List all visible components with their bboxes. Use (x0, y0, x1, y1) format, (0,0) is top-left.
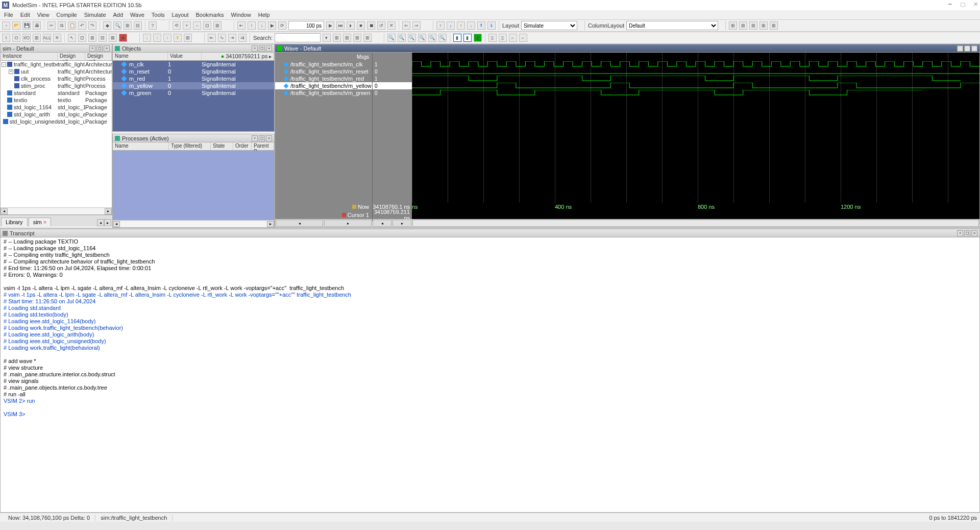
proc-col-type[interactable]: Type (filtered) (169, 142, 211, 150)
sim-tree-row[interactable]: -traffic_light_testbe...traffic_light...… (1, 61, 112, 68)
cur5-icon[interactable]: ⊞ (184, 34, 192, 42)
wave-panel-title[interactable]: Wave - Default + ◻ × (275, 44, 979, 53)
search-opt3-icon[interactable]: ⊞ (353, 34, 361, 42)
refresh-icon[interactable]: ⟲ (173, 21, 181, 30)
run-all-icon[interactable]: ⏭ (336, 21, 345, 30)
paste-icon[interactable]: 📋 (68, 21, 76, 30)
tool-x-icon[interactable]: ✕ (387, 21, 396, 30)
select1-icon[interactable]: ⊡ (78, 34, 86, 42)
restart-icon[interactable]: ⟳ (278, 21, 286, 30)
toggle2-icon[interactable]: ⊟ (134, 21, 142, 30)
proc-col-name[interactable]: Name (113, 142, 169, 150)
step-icon[interactable]: ⇤ (237, 21, 246, 30)
wave-signal-row[interactable]: /traffic_light_testbench/m_green (275, 89, 372, 97)
proc-max-icon[interactable]: ◻ (259, 135, 265, 141)
cursor-prev-icon[interactable]: ⇐ (402, 21, 410, 30)
help-icon[interactable]: ? (149, 21, 157, 30)
trans-max-icon[interactable]: ◻ (964, 230, 970, 236)
proc-col-order[interactable]: Order (233, 142, 252, 150)
wave5-icon[interactable]: ⇑ (477, 21, 485, 30)
sim-tree-row[interactable]: +uuttraffic_light...Architecture (1, 68, 112, 75)
disp1-icon[interactable]: ▮ (453, 34, 461, 42)
proc-col-parent[interactable]: Parent P (252, 142, 274, 150)
tabs-scroll-right-icon[interactable]: ▸ (104, 219, 111, 226)
scroll-right-icon[interactable]: ▸ (105, 208, 112, 214)
wave-signal-row[interactable]: /traffic_light_testbench/m_red (275, 75, 372, 82)
zoom6-icon[interactable]: 🔍 (438, 34, 447, 42)
menu-layout[interactable]: Layout (172, 12, 189, 18)
zoom-fit-icon[interactable]: ⊡ (203, 21, 211, 30)
sim-col-designunit2[interactable]: Design unit (85, 53, 112, 60)
toggle-icon[interactable]: ⊞ (124, 21, 132, 30)
proc-col-state[interactable]: State (211, 142, 233, 150)
wave-signal-row[interactable]: /traffic_light_testbench/m_reset (275, 68, 372, 75)
select4-icon[interactable]: ⊠ (109, 34, 117, 42)
sim-close-icon[interactable]: × (104, 45, 110, 52)
objects-panel-title[interactable]: Objects + ◻ × (113, 44, 274, 53)
sim-tree-row[interactable]: clk_processtraffic_light...Process (1, 75, 112, 82)
sim-tree-row[interactable]: stim_proctraffic_light...Process (1, 82, 112, 89)
obj-max-icon[interactable]: ◻ (259, 45, 265, 52)
restart2-icon[interactable]: ↺ (377, 21, 385, 30)
wave-signal-row[interactable]: /traffic_light_testbench/m_clk (275, 61, 372, 68)
object-row[interactable]: m_red1SignalInternal (113, 75, 274, 82)
trans-dock-icon[interactable]: + (957, 230, 963, 236)
search-opt1-icon[interactable]: ⊞ (333, 34, 341, 42)
zoom1-icon[interactable]: 🔍 (387, 34, 396, 42)
tab-sim[interactable]: sim× (29, 218, 52, 226)
wave-hscroll[interactable]: ◂▸ ◂▸ (275, 219, 979, 227)
bottom-scroll[interactable] (0, 522, 980, 530)
break-icon[interactable]: ■ (357, 21, 365, 30)
search-opt2-icon[interactable]: ⊞ (343, 34, 351, 42)
edge4-icon[interactable]: ⇉ (238, 34, 247, 42)
pointer-icon[interactable]: ↖ (68, 34, 76, 42)
disp6-icon[interactable]: ⌐ (509, 34, 517, 42)
disp2-icon[interactable]: ▮ (463, 34, 472, 42)
step-out-icon[interactable]: ↓ (258, 21, 266, 30)
copy-icon[interactable]: ⧉ (58, 21, 66, 30)
step-over-icon[interactable]: ↑ (248, 21, 256, 30)
disp5-icon[interactable]: ▯ (499, 34, 507, 42)
edge3-icon[interactable]: ⇥ (228, 34, 236, 42)
object-row[interactable]: m_yellow0SignalInternal (113, 82, 274, 89)
tree-expand-icon[interactable]: - (2, 62, 6, 67)
minimize-button[interactable]: ━ (948, 1, 952, 8)
group5-icon[interactable]: ⊞ (770, 21, 778, 30)
print-icon[interactable]: 🖶 (33, 21, 41, 30)
wave-time-axis[interactable]: ns400 ns800 ns1200 ns1600 ns (412, 203, 979, 211)
wave-close-icon[interactable]: × (971, 45, 977, 52)
wave-max-icon[interactable]: ◻ (964, 45, 970, 52)
sim-tree-row[interactable]: std_logic_arithstd_logic_a...Package (1, 111, 112, 118)
obj-dock-icon[interactable]: + (252, 45, 258, 52)
wave6-icon[interactable]: ⇓ (487, 21, 496, 30)
processes-panel-title[interactable]: Processes (Active) + ◻ × (113, 134, 274, 142)
cur4-icon[interactable]: ⇕ (174, 34, 182, 42)
close-icon[interactable]: × (43, 219, 46, 225)
menu-window[interactable]: Window (231, 12, 251, 18)
continue-icon[interactable]: ⏵ (347, 21, 355, 30)
mode2-icon[interactable]: O (12, 34, 20, 42)
select3-icon[interactable]: ⊟ (99, 34, 107, 42)
sim-hscroll[interactable]: ◂ ▸ (1, 207, 112, 214)
edge2-icon[interactable]: ∿ (218, 34, 226, 42)
disp3-icon[interactable]: ▮ (474, 34, 482, 42)
cur1-icon[interactable]: ↓ (143, 34, 151, 42)
menu-bookmarks[interactable]: Bookmarks (196, 12, 224, 18)
proc-hscroll[interactable]: ◂ ▸ (113, 220, 274, 227)
menu-help[interactable]: Help (258, 12, 270, 18)
menu-compile[interactable]: Compile (56, 12, 77, 18)
undo-icon[interactable]: ↶ (78, 21, 86, 30)
zoom-full-icon[interactable]: ⊞ (213, 21, 222, 30)
transcript-panel-title[interactable]: Transcript + ◻ × (1, 229, 979, 237)
proc-dock-icon[interactable]: + (252, 135, 258, 141)
sim-panel-title[interactable]: sim - Default + ◻ × (1, 44, 112, 53)
wave1-icon[interactable]: ↑ (436, 21, 445, 30)
object-row[interactable]: m_green0SignalInternal (113, 89, 274, 97)
select2-icon[interactable]: ⊞ (88, 34, 96, 42)
sim-tree-row[interactable]: std_logic_1164std_logic_1...Package (1, 104, 112, 111)
wave2-icon[interactable]: ↓ (447, 21, 455, 30)
layout-select[interactable]: Simulate (521, 21, 577, 30)
scroll-right-icon[interactable]: ▸ (267, 221, 274, 227)
redo-icon[interactable]: ↷ (88, 21, 96, 30)
group1-icon[interactable]: ⊞ (729, 21, 737, 30)
